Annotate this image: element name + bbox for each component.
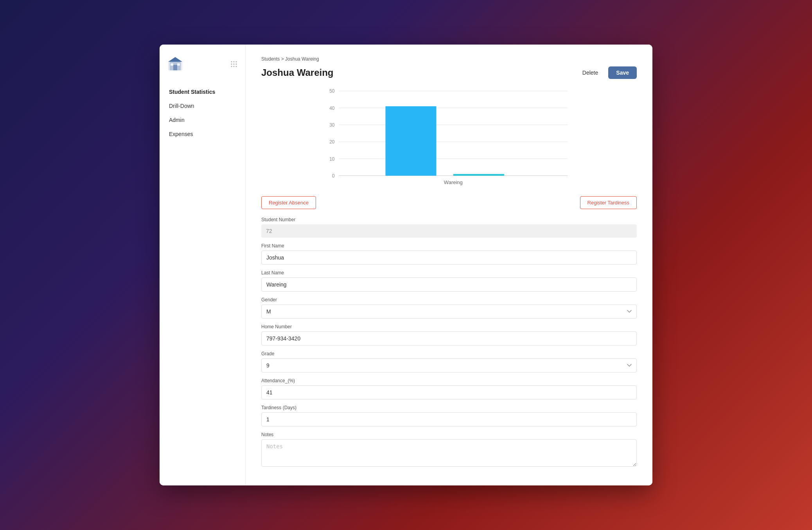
sidebar-item-drill-down[interactable]: Drill-Down [160, 99, 245, 113]
delete-button[interactable]: Delete [577, 67, 604, 78]
last-name-label: Last Name [261, 270, 637, 276]
chart-container: 50 40 30 20 10 0 [261, 87, 637, 188]
last-name-input[interactable] [261, 278, 637, 292]
grade-group: Grade 7 8 9 10 11 12 [261, 351, 637, 372]
svg-point-7 [234, 61, 235, 62]
svg-rect-3 [173, 65, 177, 70]
breadcrumb-separator: > [280, 56, 285, 62]
svg-text:Wareing: Wareing [444, 179, 463, 185]
sidebar-item-student-statistics[interactable]: Student Statistics [160, 85, 245, 99]
breadcrumb-current: Joshua Wareing [285, 56, 319, 62]
tardiness-label: Tardiness (Days) [261, 405, 637, 410]
tardiness-input[interactable] [261, 412, 637, 426]
gender-label: Gender [261, 297, 637, 303]
sidebar: Student Statistics Drill-Down Admin Expe… [160, 45, 246, 485]
main-content: Students > Joshua Wareing Joshua Wareing… [246, 45, 652, 485]
svg-point-14 [236, 66, 237, 67]
tardiness-group: Tardiness (Days) [261, 405, 637, 426]
svg-point-13 [234, 66, 235, 67]
svg-marker-2 [168, 57, 182, 62]
grade-label: Grade [261, 351, 637, 356]
page-header: Joshua Wareing Delete Save [261, 66, 637, 79]
svg-rect-4 [171, 63, 173, 66]
gender-select[interactable]: M F [261, 304, 637, 319]
svg-text:50: 50 [329, 88, 335, 94]
svg-point-10 [234, 63, 235, 64]
first-name-label: First Name [261, 243, 637, 249]
home-number-group: Home Number [261, 324, 637, 346]
sidebar-item-admin[interactable]: Admin [160, 113, 245, 127]
svg-text:10: 10 [329, 156, 335, 162]
notes-textarea[interactable] [261, 439, 637, 467]
notes-label: Notes [261, 432, 637, 437]
action-buttons: Register Absence Register Tardiness [261, 196, 637, 209]
bar-attendance [386, 106, 437, 176]
app-window: Student Statistics Drill-Down Admin Expe… [160, 45, 652, 485]
register-absence-button[interactable]: Register Absence [261, 196, 316, 209]
last-name-group: Last Name [261, 270, 637, 292]
svg-point-6 [231, 61, 232, 62]
home-number-input[interactable] [261, 331, 637, 346]
save-button[interactable]: Save [608, 66, 637, 79]
first-name-input[interactable] [261, 251, 637, 265]
attendance-input[interactable] [261, 385, 637, 399]
attendance-group: Attendance_(%) [261, 378, 637, 399]
sidebar-item-expenses[interactable]: Expenses [160, 127, 245, 141]
svg-rect-5 [177, 63, 180, 66]
student-number-group: Student Number [261, 217, 637, 238]
page-title: Joshua Wareing [261, 67, 333, 78]
svg-point-9 [231, 63, 232, 64]
attendance-label: Attendance_(%) [261, 378, 637, 383]
sidebar-header [160, 52, 245, 85]
svg-text:20: 20 [329, 139, 335, 145]
sidebar-nav: Student Statistics Drill-Down Admin Expe… [160, 85, 245, 141]
student-number-input [261, 224, 637, 238]
first-name-group: First Name [261, 243, 637, 265]
bar-tardiness [453, 174, 504, 175]
grade-select[interactable]: 7 8 9 10 11 12 [261, 358, 637, 372]
grid-icon[interactable] [230, 61, 237, 69]
svg-point-11 [236, 63, 237, 64]
svg-text:40: 40 [329, 106, 335, 111]
svg-text:30: 30 [329, 122, 335, 128]
student-number-label: Student Number [261, 217, 637, 222]
header-actions: Delete Save [577, 66, 637, 79]
gender-group: Gender M F [261, 297, 637, 319]
breadcrumb: Students > Joshua Wareing [261, 56, 637, 62]
bar-chart: 50 40 30 20 10 0 [261, 87, 637, 188]
home-number-label: Home Number [261, 324, 637, 329]
breadcrumb-parent: Students [261, 56, 280, 62]
svg-text:0: 0 [332, 173, 335, 179]
register-tardiness-button[interactable]: Register Tardiness [580, 196, 637, 209]
student-form: Student Number First Name Last Name Gend… [261, 217, 637, 468]
school-icon [167, 56, 183, 73]
notes-group: Notes [261, 432, 637, 468]
svg-point-12 [231, 66, 232, 67]
svg-point-8 [236, 61, 237, 62]
